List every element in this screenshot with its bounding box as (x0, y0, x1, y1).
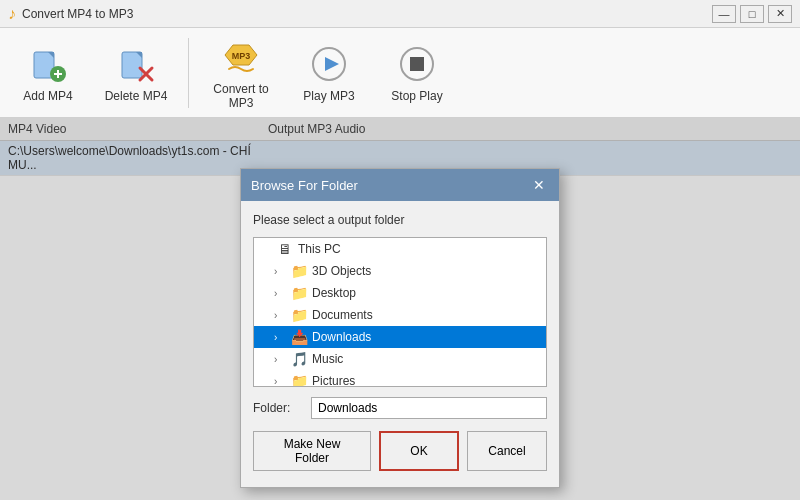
folder-icon: 📁 (290, 285, 308, 301)
svg-rect-5 (122, 52, 142, 78)
app-title: Convert MP4 to MP3 (22, 7, 133, 21)
title-bar-left: ♪ Convert MP4 to MP3 (8, 5, 133, 23)
toolbar-separator-1 (188, 38, 189, 108)
add-mp4-button[interactable]: Add MP4 (8, 34, 88, 112)
convert-button[interactable]: MP3 Convert to MP3 (201, 34, 281, 112)
dialog-overlay: Browse For Folder ✕ Please select a outp… (0, 118, 800, 500)
cancel-button[interactable]: Cancel (467, 431, 547, 471)
minimize-button[interactable]: — (712, 5, 736, 23)
tree-label-pictures: Pictures (312, 374, 355, 387)
ok-button[interactable]: OK (379, 431, 459, 471)
folder-row: Folder: (253, 397, 547, 419)
add-mp4-icon (27, 43, 69, 85)
svg-rect-4 (57, 70, 59, 78)
toolbar: Add MP4 Delete MP4 MP3 Convert to MP3 (0, 28, 800, 118)
tree-item-music[interactable]: › 🎵 Music (254, 348, 546, 370)
tree-item-3d-objects[interactable]: › 📁 3D Objects (254, 260, 546, 282)
close-button[interactable]: ✕ (768, 5, 792, 23)
chevron-icon: › (274, 288, 286, 299)
svg-marker-12 (325, 57, 339, 71)
download-folder-icon: 📥 (290, 329, 308, 345)
app-icon: ♪ (8, 5, 16, 23)
convert-icon: MP3 (220, 36, 262, 78)
chevron-icon: › (274, 310, 286, 321)
tree-label-this-pc: This PC (298, 242, 341, 256)
delete-mp4-icon (115, 43, 157, 85)
tree-item-downloads[interactable]: › 📥 Downloads (254, 326, 546, 348)
play-icon (308, 43, 350, 85)
svg-text:MP3: MP3 (232, 51, 251, 61)
maximize-button[interactable]: □ (740, 5, 764, 23)
play-button[interactable]: Play MP3 (289, 34, 369, 112)
stop-icon (396, 43, 438, 85)
tree-label-documents: Documents (312, 308, 373, 322)
dialog-body: Please select a output folder 🖥 This PC … (241, 201, 559, 487)
delete-mp4-label: Delete MP4 (105, 89, 168, 103)
dialog-close-button[interactable]: ✕ (529, 175, 549, 195)
svg-rect-14 (410, 57, 424, 71)
pictures-folder-icon: 📁 (290, 373, 308, 387)
folder-input[interactable] (311, 397, 547, 419)
tree-label-music: Music (312, 352, 343, 366)
dialog-buttons: Make New Folder OK Cancel (253, 431, 547, 475)
window-controls: — □ ✕ (712, 5, 792, 23)
tree-label-desktop: Desktop (312, 286, 356, 300)
main-area: MP4 Video Output MP3 Audio C:\Users\welc… (0, 118, 800, 500)
tree-item-pictures[interactable]: › 📁 Pictures (254, 370, 546, 387)
stop-button[interactable]: Stop Play (377, 34, 457, 112)
tree-label-downloads: Downloads (312, 330, 371, 344)
folder-label: Folder: (253, 401, 303, 415)
chevron-icon: › (274, 266, 286, 277)
add-mp4-label: Add MP4 (23, 89, 72, 103)
tree-item-this-pc[interactable]: 🖥 This PC (254, 238, 546, 260)
folder-icon: 📁 (290, 263, 308, 279)
title-bar: ♪ Convert MP4 to MP3 — □ ✕ (0, 0, 800, 28)
stop-label: Stop Play (391, 89, 442, 103)
folder-icon: 📁 (290, 307, 308, 323)
pc-icon: 🖥 (276, 241, 294, 257)
chevron-icon: › (274, 354, 286, 365)
dialog-title: Browse For Folder (251, 178, 358, 193)
make-new-folder-button[interactable]: Make New Folder (253, 431, 371, 471)
dialog-instruction: Please select a output folder (253, 213, 547, 227)
browse-folder-dialog: Browse For Folder ✕ Please select a outp… (240, 168, 560, 488)
tree-item-desktop[interactable]: › 📁 Desktop (254, 282, 546, 304)
tree-label-3d-objects: 3D Objects (312, 264, 371, 278)
tree-item-documents[interactable]: › 📁 Documents (254, 304, 546, 326)
chevron-icon: › (274, 376, 286, 387)
convert-label: Convert to MP3 (201, 82, 281, 110)
play-label: Play MP3 (303, 89, 354, 103)
dialog-title-bar: Browse For Folder ✕ (241, 169, 559, 201)
music-folder-icon: 🎵 (290, 351, 308, 367)
folder-tree[interactable]: 🖥 This PC › 📁 3D Objects › 📁 Desktop (253, 237, 547, 387)
chevron-icon: › (274, 332, 286, 343)
delete-mp4-button[interactable]: Delete MP4 (96, 34, 176, 112)
